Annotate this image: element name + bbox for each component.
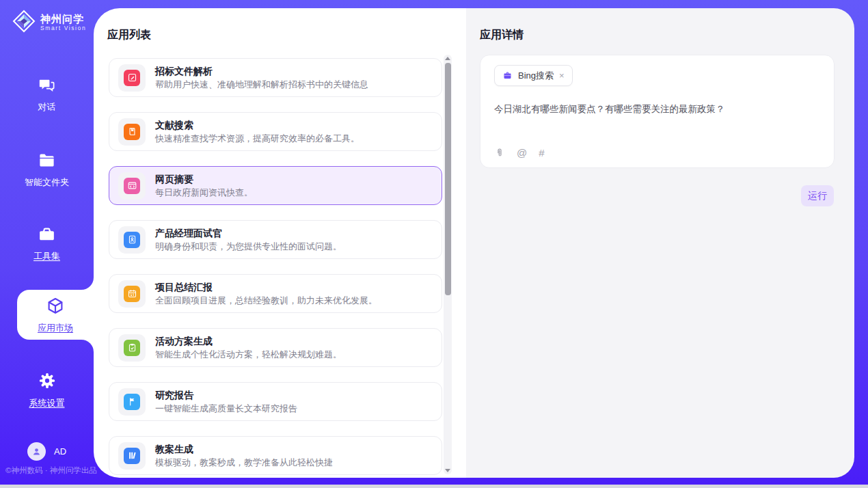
app-description: 全面回顾项目进展，总结经验教训，助力未来优化发展。: [155, 296, 377, 305]
copyright-note: ©神州数码 · 神州问学出品: [5, 465, 97, 476]
app-detail-title: 应用详情: [480, 28, 524, 42]
sidebar-item-label: 应用市场: [38, 322, 73, 334]
app-description: 智能生成个性化活动方案，轻松解决规划难题。: [155, 350, 342, 359]
app-name: 活动方案生成: [155, 336, 342, 346]
cube-icon: [45, 296, 66, 319]
scroll-up-icon[interactable]: [445, 57, 450, 60]
app-name: 网页摘要: [155, 174, 253, 184]
paperclip-icon[interactable]: [494, 148, 505, 159]
active-tab-notch-top: [80, 276, 94, 290]
main-content: 应用列表 招标文件解析 帮助用户快速、准确地理解和解析招标书中的关键信息 文献搜…: [94, 8, 854, 478]
list-item-web-summary[interactable]: 网页摘要 每日政府新闻资讯快查。: [109, 166, 442, 205]
sidebar-item-label: 工具集: [33, 250, 60, 262]
book-icon: [124, 124, 140, 140]
list-item-event-plan[interactable]: 活动方案生成 智能生成个性化活动方案，轻松解决规划难题。: [109, 328, 442, 367]
list-item-research-report[interactable]: 研究报告 一键智能生成高质量长文本研究报告: [109, 382, 442, 421]
edit-document-icon: [124, 70, 140, 86]
browser-code-icon: [124, 178, 140, 194]
sidebar-item-toolset[interactable]: 工具集: [0, 225, 94, 262]
app-name: 文献搜索: [155, 120, 360, 130]
folder-icon: [38, 151, 56, 172]
toolbox-icon: [38, 225, 56, 246]
hash-icon[interactable]: #: [539, 148, 544, 159]
app-list-panel: 应用列表 招标文件解析 帮助用户快速、准确地理解和解析招标书中的关键信息 文献搜…: [94, 8, 466, 478]
app-name: 产品经理面试官: [155, 228, 342, 238]
mention-icon[interactable]: @: [517, 148, 527, 159]
app-description: 一键智能生成高质量长文本研究报告: [155, 404, 297, 413]
scrollbar-thumb[interactable]: [445, 63, 451, 295]
close-icon[interactable]: ×: [559, 71, 565, 80]
app-name: 教案生成: [155, 444, 333, 454]
editor-toolbar: @ #: [494, 148, 545, 159]
app-list: 招标文件解析 帮助用户快速、准确地理解和解析招标书中的关键信息 文献搜索 快速精…: [109, 58, 442, 478]
clipboard-check-icon: [124, 340, 140, 356]
sidebar-item-settings[interactable]: 系统设置: [0, 371, 94, 409]
app-description: 模板驱动，教案秒成，教学准备从此轻松快捷: [155, 458, 333, 467]
scroll-down-icon[interactable]: [445, 469, 450, 472]
report-flag-icon: [124, 394, 140, 410]
tool-chip-bing-search[interactable]: Bing搜索 ×: [494, 65, 573, 86]
prompt-editor[interactable]: Bing搜索 × 今日湖北有哪些新闻要点？有哪些需要关注的最新政策？ @ #: [480, 55, 835, 168]
app-description: 每日政府新闻资讯快查。: [155, 188, 253, 197]
gear-icon: [38, 371, 57, 393]
bottom-edge-strip: [0, 485, 868, 488]
sidebar-item-app-market[interactable]: 应用市场: [17, 290, 94, 340]
sidebar-item-smart-folder[interactable]: 智能文件夹: [0, 151, 94, 189]
brand-subtitle: Smart Vision: [40, 25, 86, 32]
chat-icon: [38, 76, 56, 97]
app-description: 明确身份和职责，为您提供专业性的面试问题。: [155, 242, 342, 251]
avatar: [27, 442, 46, 461]
sidebar: 神州问学 Smart Vision 对话 智能文件夹: [0, 0, 94, 488]
calendar-report-icon: [124, 286, 140, 302]
person-icon: [31, 446, 42, 457]
app-list-title: 应用列表: [107, 28, 151, 42]
list-item-project-summary[interactable]: 项目总结汇报 全面回顾项目进展，总结经验教训，助力未来优化发展。: [109, 274, 442, 313]
app-list-scrollbar[interactable]: [444, 55, 452, 474]
person-document-icon: [124, 232, 140, 248]
app-name: 项目总结汇报: [155, 282, 377, 292]
prompt-text-input[interactable]: 今日湖北有哪些新闻要点？有哪些需要关注的最新政策？: [494, 103, 820, 116]
logo-diamond-icon: [12, 9, 36, 36]
sidebar-item-label: 对话: [38, 101, 56, 113]
app-logo: 神州问学 Smart Vision: [12, 9, 86, 36]
sidebar-item-label: 智能文件夹: [25, 176, 69, 189]
list-item-lesson-plan[interactable]: 教案生成 模板驱动，教案秒成，教学准备从此轻松快捷: [109, 436, 442, 475]
user-name: AD: [54, 446, 66, 457]
brand-name: 神州问学: [40, 13, 86, 25]
sidebar-item-chat[interactable]: 对话: [0, 76, 94, 113]
list-item-literature-search[interactable]: 文献搜索 快速精准查找学术资源，提高研究效率的必备工具。: [109, 112, 442, 151]
books-icon: [124, 448, 140, 464]
app-description: 快速精准查找学术资源，提高研究效率的必备工具。: [155, 134, 360, 143]
tool-chip-label: Bing搜索: [518, 70, 554, 82]
list-item-pm-interviewer[interactable]: 产品经理面试官 明确身份和职责，为您提供专业性的面试问题。: [109, 220, 442, 259]
app-name: 研究报告: [155, 390, 297, 400]
run-button[interactable]: 运行: [801, 185, 834, 206]
active-tab-notch-bottom: [80, 340, 94, 353]
app-description: 帮助用户快速、准确地理解和解析招标书中的关键信息: [155, 80, 368, 89]
briefcase-icon: [502, 70, 513, 81]
sidebar-item-label: 系统设置: [29, 397, 65, 409]
list-item-bid-analysis[interactable]: 招标文件解析 帮助用户快速、准确地理解和解析招标书中的关键信息: [109, 58, 442, 97]
user-account[interactable]: AD: [27, 442, 66, 461]
app-name: 招标文件解析: [155, 66, 368, 76]
app-detail-panel: 应用详情 Bing搜索 × 今日湖北有哪些新闻要点？有哪些需要关注的最新政策？ …: [466, 8, 854, 478]
